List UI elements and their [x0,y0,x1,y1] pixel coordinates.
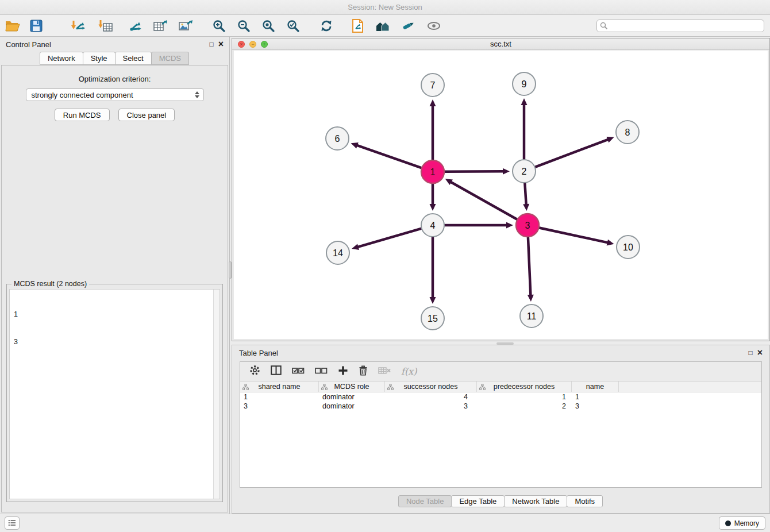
new-network-from-selection-icon [351,18,365,33]
graph-node[interactable]: 14 [326,241,349,264]
delete-table-button[interactable] [378,367,391,377]
close-panel-button[interactable]: Close panel [118,109,175,121]
save-session-button[interactable] [26,17,47,34]
function-builder-button[interactable]: f(x) [401,366,417,377]
tab-mcds[interactable]: MCDS [151,52,189,65]
graph-edge[interactable] [528,237,534,302]
table-row[interactable]: 3dominator323 [240,402,761,411]
column-header[interactable]: shared name [240,381,319,392]
table-row[interactable]: 1dominator411 [240,392,761,402]
delete-row-button[interactable] [359,365,368,378]
status-bar: Memory [0,514,770,532]
select-all-icon [292,367,305,377]
mcds-result-title: MCDS result (2 nodes) [11,280,89,288]
graph-node-label: 4 [430,221,436,230]
mcds-result-box: 1 3 [9,289,220,499]
graph-node[interactable]: 11 [520,304,543,327]
mcds-result-line: 1 [14,310,215,319]
tab-node-table[interactable]: Node Table [398,495,452,507]
graph-edge[interactable] [536,137,614,167]
tab-network-table[interactable]: Network Table [504,495,567,507]
graph-node[interactable]: 7 [421,74,444,97]
graph-edge[interactable] [523,183,529,211]
zoom-fit-button[interactable] [258,17,279,34]
tab-motifs[interactable]: Motifs [567,495,603,507]
graph-node[interactable]: 15 [421,307,444,330]
graph-edge[interactable] [430,99,436,160]
memory-status-icon [725,521,731,526]
graph-node[interactable]: 4 [421,214,444,237]
table-cell: 1 [240,392,319,402]
table-panel-tabs: Node Table Edge Table Network Table Moti… [232,495,769,507]
import-network-button[interactable] [68,17,88,34]
float-table-panel-icon[interactable]: □ [748,349,752,357]
graph-node[interactable]: 1 [421,160,444,183]
graph-edge[interactable] [445,168,510,175]
graph-edge[interactable] [430,184,436,211]
graph-edge[interactable] [352,229,421,250]
graph-node-label: 3 [525,221,530,230]
new-network-from-selection-button[interactable] [348,17,368,34]
result-scrollbar[interactable] [213,290,220,499]
export-table-button[interactable] [150,17,171,34]
zoom-in-button[interactable] [209,17,229,34]
zoom-out-button[interactable] [233,17,254,34]
search-box [596,20,764,32]
search-input[interactable] [596,20,764,32]
table-cell: 4 [385,392,477,402]
graph-edge[interactable] [351,142,422,168]
graph-node[interactable]: 3 [516,214,539,237]
control-panel-title: Control Panel [6,40,51,49]
tab-edge-table[interactable]: Edge Table [451,495,505,507]
column-header[interactable]: name [572,381,619,392]
tab-style[interactable]: Style [83,52,116,65]
add-row-button[interactable] [338,365,348,378]
tab-network[interactable]: Network [40,52,83,65]
deselect-all-icon [315,367,328,377]
paint-button[interactable] [398,17,418,34]
graph-edge[interactable] [521,98,528,159]
float-panel-icon[interactable]: □ [209,40,213,48]
tab-select[interactable]: Select [115,52,152,65]
graph-node-label: 1 [430,167,436,177]
zoom-fit-icon [261,19,275,33]
run-mcds-button[interactable]: Run MCDS [55,109,110,121]
eye-button[interactable] [424,17,444,34]
show-columns-button[interactable] [271,365,282,377]
column-header[interactable]: MCDS role [319,381,385,392]
export-network-button[interactable] [125,17,146,34]
graph-edge[interactable] [430,237,436,304]
task-history-button[interactable] [5,516,20,530]
table-cell: dominator [319,402,385,411]
close-panel-icon[interactable]: × [218,40,224,48]
zoom-selected-button[interactable] [283,17,303,34]
eye-icon [426,20,441,32]
first-neighbors-button[interactable] [372,17,393,34]
import-table-button[interactable] [95,17,116,34]
column-header[interactable]: predecessor nodes [477,381,572,392]
trash-icon [359,365,368,378]
network-canvas[interactable]: 1234678910111415 [234,51,768,339]
table-body: 1dominator4113dominator323 [240,392,761,487]
graph-node[interactable]: 9 [513,72,536,95]
graph-node[interactable]: 10 [617,236,640,259]
graph-node[interactable]: 8 [616,121,639,144]
memory-button[interactable]: Memory [719,516,765,530]
deselect-all-button[interactable] [315,367,328,377]
open-session-button[interactable] [2,17,23,34]
graph-node-label: 15 [428,314,438,323]
close-table-panel-icon[interactable]: × [757,349,763,357]
table-cell: 3 [240,402,319,411]
graph-node[interactable]: 6 [326,127,349,150]
table-settings-button[interactable] [249,365,260,378]
export-image-button[interactable] [175,17,196,34]
column-header[interactable]: successor nodes [385,381,477,392]
graph-edge[interactable] [445,179,517,219]
graph-edge[interactable] [445,222,513,229]
graph-node[interactable]: 2 [513,160,536,183]
select-all-button[interactable] [292,367,305,377]
refresh-button[interactable] [316,17,337,34]
graph-edge[interactable] [540,228,614,245]
zoom-in-icon [212,19,226,33]
criterion-select[interactable]: strongly connected component [26,88,204,101]
